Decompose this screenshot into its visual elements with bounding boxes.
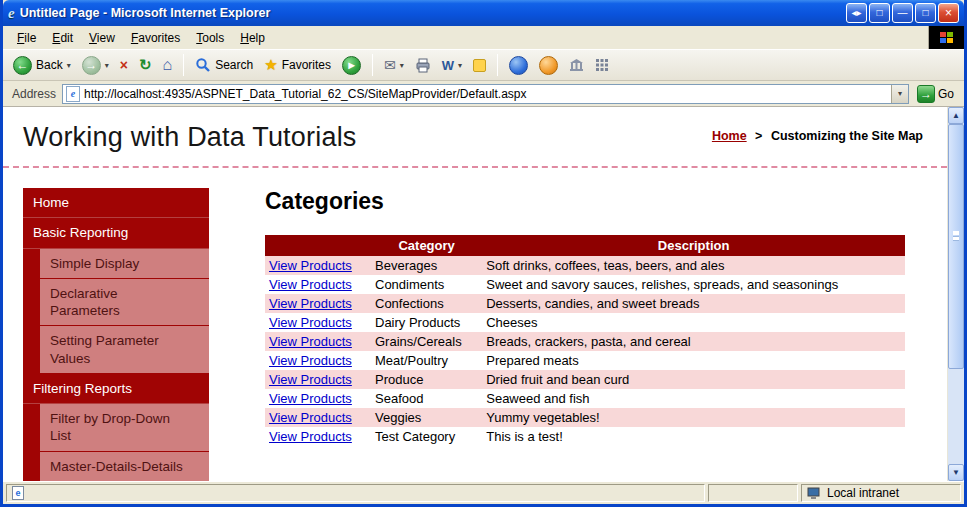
maximize-button[interactable]: □ bbox=[915, 3, 936, 23]
view-products-link[interactable]: View Products bbox=[269, 296, 352, 311]
sidebar-item[interactable]: Simple Display bbox=[40, 249, 209, 279]
table-header-cell: Description bbox=[482, 235, 905, 256]
view-products-link[interactable]: View Products bbox=[269, 315, 352, 330]
table-header-cell: Category bbox=[371, 235, 482, 256]
chevron-down-icon: ▾ bbox=[898, 89, 902, 98]
menu-item[interactable]: Favorites bbox=[123, 28, 188, 48]
menu-item[interactable]: File bbox=[9, 28, 44, 48]
breadcrumb-home-link[interactable]: Home bbox=[712, 129, 747, 143]
link-cell: View Products bbox=[265, 351, 371, 370]
stop-button[interactable]: × bbox=[116, 55, 132, 75]
mail-button[interactable]: ✉ ▾ bbox=[380, 55, 408, 75]
menu-item[interactable]: Tools bbox=[188, 28, 232, 48]
view-products-link[interactable]: View Products bbox=[269, 353, 352, 368]
titlebar[interactable]: e Untitled Page - Microsoft Internet Exp… bbox=[3, 0, 964, 26]
address-label: Address bbox=[12, 87, 56, 101]
window-title: Untitled Page - Microsoft Internet Explo… bbox=[20, 6, 841, 20]
grid-icon bbox=[595, 58, 609, 72]
grid-button[interactable] bbox=[591, 56, 613, 74]
media-icon: ▸ bbox=[342, 56, 361, 75]
minimize-button[interactable]: — bbox=[892, 3, 913, 23]
description-cell: This is a test! bbox=[482, 427, 905, 446]
back-icon: ← bbox=[13, 56, 32, 75]
home-button[interactable]: ⌂ bbox=[158, 54, 176, 76]
description-cell: Cheeses bbox=[482, 313, 905, 332]
discuss-button[interactable] bbox=[469, 57, 490, 74]
forward-button[interactable]: → ▾ bbox=[78, 54, 113, 77]
categories-table: CategoryDescription View Products Bevera… bbox=[265, 235, 905, 446]
categories-table-body: View Products Beverages Soft drinks, cof… bbox=[265, 256, 905, 446]
view-products-link[interactable]: View Products bbox=[269, 277, 352, 292]
view-products-link[interactable]: View Products bbox=[269, 429, 352, 444]
home-icon: ⌂ bbox=[162, 56, 172, 74]
link-cell: View Products bbox=[265, 294, 371, 313]
scroll-up-button[interactable]: ▲ bbox=[948, 107, 964, 124]
address-bar: Address e ▾ → Go bbox=[3, 81, 964, 107]
refresh-button[interactable]: ↻ bbox=[135, 54, 156, 76]
sidebar-item[interactable]: Basic Reporting bbox=[23, 218, 209, 248]
sidebar-item[interactable]: Home bbox=[23, 188, 209, 218]
research-button[interactable] bbox=[535, 54, 562, 77]
word-edit-icon: W bbox=[442, 58, 454, 73]
link-cell: View Products bbox=[265, 332, 371, 351]
go-icon: → bbox=[917, 85, 935, 103]
web-page: Working with Data Tutorials Home > Custo… bbox=[3, 107, 947, 481]
table-row: View Products Confections Desserts, cand… bbox=[265, 294, 905, 313]
menu-item[interactable]: Help bbox=[232, 28, 273, 48]
toolbar: ← Back ▾ → ▾ × ↻ ⌂ Search ★ Favorites bbox=[3, 50, 964, 81]
scroll-down-button[interactable]: ▼ bbox=[948, 464, 964, 481]
sidebar-item[interactable]: Declarative Parameters bbox=[40, 279, 209, 327]
titlebar-arrows-button[interactable]: ◂▸ bbox=[846, 3, 867, 23]
link-cell: View Products bbox=[265, 313, 371, 332]
category-cell: Dairy Products bbox=[371, 313, 482, 332]
category-cell: Meat/Poultry bbox=[371, 351, 482, 370]
sidebar-item[interactable]: Master-Details-Details bbox=[40, 452, 209, 481]
go-label: Go bbox=[938, 87, 954, 101]
edit-button[interactable]: W ▾ bbox=[438, 56, 466, 75]
view-products-link[interactable]: View Products bbox=[269, 410, 352, 425]
page-title: Categories bbox=[265, 188, 923, 215]
description-cell: Dried fruit and bean curd bbox=[482, 370, 905, 389]
sidebar-item[interactable]: Setting Parameter Values bbox=[40, 326, 209, 374]
search-icon bbox=[195, 57, 211, 73]
main-content: Categories CategoryDescription View Prod… bbox=[265, 188, 923, 446]
sidebar-item[interactable]: Filter by Drop-Down List bbox=[40, 404, 209, 452]
research-icon bbox=[539, 56, 558, 75]
scrollbar-thumb[interactable] bbox=[948, 124, 964, 369]
close-button[interactable]: × bbox=[938, 3, 959, 23]
sites-button[interactable] bbox=[565, 56, 588, 74]
mail-icon: ✉ bbox=[384, 57, 396, 73]
menu-item[interactable]: Edit bbox=[44, 28, 81, 48]
table-row: View Products Meat/Poultry Prepared meat… bbox=[265, 351, 905, 370]
media-button[interactable]: ▸ bbox=[338, 54, 365, 77]
favorites-button[interactable]: ★ Favorites bbox=[260, 54, 335, 76]
print-icon bbox=[415, 57, 431, 73]
vertical-scrollbar[interactable]: ▲ ▼ bbox=[947, 107, 964, 481]
view-products-link[interactable]: View Products bbox=[269, 372, 352, 387]
go-button[interactable]: → Go bbox=[915, 84, 959, 104]
titlebar-window-button[interactable]: □ bbox=[869, 3, 890, 23]
breadcrumb-separator: > bbox=[755, 129, 762, 143]
security-zone-label: Local intranet bbox=[827, 486, 899, 500]
scrollbar-track[interactable] bbox=[948, 124, 964, 464]
view-products-link[interactable]: View Products bbox=[269, 334, 352, 349]
category-cell: Seafood bbox=[371, 389, 482, 408]
description-cell: Prepared meats bbox=[482, 351, 905, 370]
address-input[interactable] bbox=[84, 85, 887, 103]
category-cell: Veggies bbox=[371, 408, 482, 427]
view-products-link[interactable]: View Products bbox=[269, 391, 352, 406]
back-button[interactable]: ← Back ▾ bbox=[9, 54, 75, 77]
discuss-icon bbox=[473, 59, 486, 72]
search-button[interactable]: Search bbox=[191, 55, 257, 75]
menu-item[interactable]: View bbox=[81, 28, 123, 48]
link-cell: View Products bbox=[265, 389, 371, 408]
windows-logo bbox=[928, 26, 964, 49]
favorites-label: Favorites bbox=[282, 58, 331, 72]
sidebar-item[interactable]: Filtering Reports bbox=[23, 374, 209, 404]
messenger-button[interactable] bbox=[505, 54, 532, 77]
print-button[interactable] bbox=[411, 55, 435, 75]
view-products-link[interactable]: View Products bbox=[269, 258, 352, 273]
address-dropdown-button[interactable]: ▾ bbox=[891, 85, 908, 103]
description-cell: Yummy vegetables! bbox=[482, 408, 905, 427]
description-cell: Breads, crackers, pasta, and cereal bbox=[482, 332, 905, 351]
